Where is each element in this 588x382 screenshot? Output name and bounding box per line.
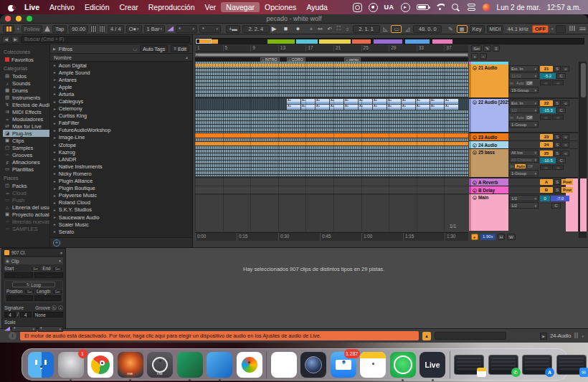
plugin-vendor-row[interactable]: FabFilter: [50, 120, 192, 127]
minimized-track-lanes[interactable]: [195, 110, 468, 133]
fold-track-icon[interactable]: ▾: [473, 151, 477, 155]
minimized-window[interactable]: [454, 355, 484, 375]
input-channel-dropdown[interactable]: 11/12▾: [509, 72, 539, 79]
menubar-item[interactable]: Crear: [114, 2, 143, 12]
key-map-button[interactable]: Key: [470, 25, 485, 33]
plugin-vendor-row[interactable]: Ample Sound: [50, 69, 192, 76]
send-b-field[interactable]: -∞: [552, 165, 564, 170]
speaker-icon[interactable]: ⊲: [561, 66, 569, 72]
return-track-badge[interactable]: A: [540, 179, 553, 185]
input-channel-dropdown[interactable]: All Channe▾: [509, 157, 539, 163]
audio-clip[interactable]: Au: [402, 99, 415, 104]
solo-button[interactable]: S: [554, 151, 561, 156]
quantize-value[interactable]: 1 Bar▾: [144, 25, 165, 33]
capture-marker-button[interactable]: +▬: [226, 25, 240, 33]
add-locator-button[interactable]: +: [471, 53, 478, 59]
audio-clip[interactable]: Au: [387, 99, 401, 104]
grey-clip-band[interactable]: [195, 138, 468, 141]
vertical-scrollbar[interactable]: [579, 62, 587, 238]
tag-icon[interactable]: ◡: [133, 46, 137, 52]
metronome-icon[interactable]: [44, 26, 50, 32]
remove-locator-button[interactable]: −: [480, 53, 487, 59]
engine-caret-icon[interactable]: ▾: [551, 27, 554, 31]
plugin-vendor-row[interactable]: S.K.Y. Studios: [50, 206, 192, 214]
menubar-time[interactable]: 12:57 a.m.: [547, 4, 581, 11]
input-channel-dropdown[interactable]: 1/2▾: [509, 107, 539, 113]
minimized-track-lanes[interactable]: [195, 146, 468, 176]
audio-clip[interactable]: Au: [359, 99, 372, 104]
chevron-down-icon[interactable]: ▼: [58, 259, 62, 263]
play-circle-icon[interactable]: ▸: [401, 3, 410, 12]
auto-tags-button[interactable]: Auto Tags: [140, 45, 168, 52]
audio-clip[interactable]: Au: [387, 105, 401, 110]
plugin-vendor-row[interactable]: Serato: [50, 228, 192, 235]
orange-clip-lane[interactable]: [195, 64, 468, 67]
track-header-22-audio[interactable]: ▾ 22 Audio [2025 Ext. In▾ 1/2▾ InAutoOff…: [469, 99, 578, 132]
menubar-item[interactable]: Edición: [80, 2, 114, 12]
audio-clip[interactable]: Au: [344, 105, 358, 110]
session-link-icon[interactable]: ⚯: [316, 26, 323, 32]
clip-section-header[interactable]: ▣ Clip ▼: [4, 257, 63, 264]
minimized-track-lanes[interactable]: [195, 62, 468, 97]
sidebar-category-item[interactable]: ▤ Todos: [3, 72, 49, 80]
menubar-date[interactable]: Lun 2 de mar.: [497, 4, 541, 11]
arm-track-button[interactable]: 22: [540, 100, 553, 106]
tap-tempo-button[interactable]: Tap: [52, 25, 67, 33]
track-header-24-audio[interactable]: ▸ 24 Audio 24 S ⊲: [469, 141, 578, 148]
sidebar-category-item[interactable]: ▭ Plantillas: [3, 166, 49, 173]
audio-clip[interactable]: Au: [287, 105, 300, 110]
siri-icon[interactable]: [483, 4, 490, 11]
outlook[interactable]: [207, 352, 232, 378]
audio-clip[interactable]: Au: [316, 105, 329, 110]
audio-engine-off-button[interactable]: OFF: [532, 25, 549, 33]
sidebar-place-item[interactable]: ▱ SAMPLES: [3, 225, 49, 232]
send-a-field[interactable]: -∞: [540, 165, 551, 170]
post-toggle[interactable]: Post: [561, 187, 573, 193]
sidebar-item-favoritos[interactable]: Favoritos: [3, 56, 49, 63]
main-volume-field[interactable]: -7.0: [551, 196, 569, 201]
audio-clip[interactable]: Au: [330, 99, 343, 104]
pan-field[interactable]: C: [556, 108, 566, 113]
unfold-track-icon[interactable]: ▸: [473, 188, 477, 193]
position-value-field[interactable]: . . .: [6, 295, 33, 301]
end-value-field[interactable]: . . .: [34, 272, 63, 278]
clip-panel-header[interactable]: 907 Cl. ▼: [4, 249, 63, 257]
orange-clip-band[interactable]: [195, 142, 468, 145]
beat-time-ruler[interactable]: 15913172125293337: [195, 45, 468, 52]
arm-track-button[interactable]: 25: [540, 151, 553, 156]
audio-clip[interactable]: Au: [430, 105, 444, 110]
monitor-switch[interactable]: InAutoOff: [509, 163, 539, 169]
unfold-track-icon[interactable]: ▸: [473, 143, 477, 148]
audio-clip[interactable]: Au: [373, 105, 387, 110]
browser-search-input[interactable]: [21, 36, 190, 43]
add-folder-icon[interactable]: +: [53, 239, 60, 247]
track-name[interactable]: 21 Audio: [478, 65, 497, 70]
minimized-window[interactable]: [522, 355, 552, 375]
monitor-switch[interactable]: InAutoOff: [509, 80, 539, 86]
aperture-icon[interactable]: [353, 3, 362, 12]
set-locator-button[interactable]: Set: [471, 45, 482, 52]
signature-numerator-field[interactable]: 4: [4, 312, 16, 317]
sidebar-category-item[interactable]: ▣ Clips: [3, 137, 49, 144]
minimized-window[interactable]: [556, 355, 587, 375]
audio-clip[interactable]: Au: [316, 99, 329, 104]
plugin-vendor-row[interactable]: Arturia: [50, 90, 192, 97]
excel[interactable]: [177, 352, 203, 378]
menubar-item[interactable]: Archivo: [44, 2, 80, 12]
plugin-vendor-row[interactable]: iZotope: [50, 141, 192, 148]
app-store[interactable]: [271, 352, 297, 378]
return-track-lanes[interactable]: [195, 178, 468, 194]
solo-button[interactable]: S: [554, 66, 561, 72]
main-track-lane[interactable]: [195, 195, 468, 231]
collapse-warning-button[interactable]: ▲: [422, 332, 431, 340]
sidebar-category-item[interactable]: ∽ Grooves: [3, 151, 49, 158]
preview-play-icon[interactable]: ▶: [540, 333, 547, 340]
zoom-height-button[interactable]: H: [498, 234, 505, 240]
rme-fireface[interactable]: RME: [118, 352, 143, 378]
scale-name-select[interactable]: *▾: [38, 326, 63, 332]
rme-gauge[interactable]: RME: [147, 352, 173, 378]
sidebar-category-item[interactable]: ◪ Plug-Ins: [3, 130, 49, 137]
apple-icon[interactable]: [7, 4, 15, 11]
audio-engine-warning[interactable]: El motor de audio está desactivado. Por …: [20, 331, 419, 340]
arm-track-button[interactable]: 23: [540, 134, 553, 140]
